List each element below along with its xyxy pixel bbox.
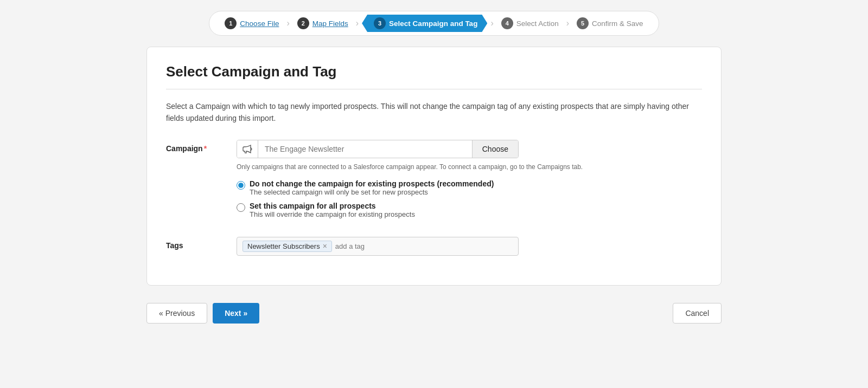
page-title: Select Campaign and Tag — [166, 63, 702, 89]
tag-badge-newsletter-subscribers: Newsletter Subscribers × — [242, 241, 332, 252]
step-number-4: 4 — [501, 17, 513, 29]
radio-option-do-not-change: Do not change the campaign for existing … — [237, 179, 702, 196]
step-map-fields[interactable]: 2 Map Fields — [291, 15, 355, 32]
radio-set-all-input[interactable] — [237, 203, 245, 212]
tags-form-content: Newsletter Subscribers × — [237, 237, 702, 256]
campaign-form-content: Choose Only campaigns that are connected… — [237, 140, 702, 224]
radio-do-not-change-label[interactable]: Do not change the campaign for existing … — [250, 179, 494, 188]
radio-do-not-change-sublabel: The selected campaign will only be set f… — [250, 188, 494, 196]
required-indicator: * — [204, 144, 207, 153]
step-label-2[interactable]: Map Fields — [312, 20, 348, 28]
step-label-4: Select Action — [516, 20, 559, 28]
step-confirm-save: 5 Confirm & Save — [570, 15, 650, 32]
radio-do-not-change-input[interactable] — [237, 181, 245, 190]
step-label-1[interactable]: Choose File — [240, 20, 279, 28]
choose-button[interactable]: Choose — [472, 140, 518, 158]
campaign-input-group: Choose — [237, 140, 519, 158]
tag-remove-button[interactable]: × — [323, 242, 327, 250]
radio-set-all-label[interactable]: Set this campaign for all prospects — [250, 202, 415, 210]
megaphone-icon — [237, 140, 258, 158]
page-description: Select a Campaign with which to tag newl… — [166, 100, 702, 125]
campaign-label: Campaign* — [166, 140, 237, 153]
step-separator-1: › — [285, 18, 290, 28]
step-number-1: 1 — [225, 17, 237, 29]
radio-option-set-all: Set this campaign for all prospects This… — [237, 202, 702, 218]
tag-name: Newsletter Subscribers — [247, 242, 320, 250]
step-label-3: Select Campaign and Tag — [389, 20, 477, 28]
stepper-nav: 1 Choose File › 2 Map Fields › 3 Select … — [146, 11, 722, 36]
tags-label: Tags — [166, 237, 237, 250]
step-label-5: Confirm & Save — [592, 20, 643, 28]
previous-button[interactable]: « Previous — [146, 303, 207, 324]
step-separator-3: › — [489, 18, 494, 28]
step-number-5: 5 — [577, 17, 589, 29]
step-separator-4: › — [565, 18, 570, 28]
footer-left: « Previous Next » — [146, 303, 259, 324]
main-card: Select Campaign and Tag Select a Campaig… — [146, 47, 722, 286]
radio-set-all-sublabel: This will override the campaign for exis… — [250, 210, 415, 218]
campaign-input[interactable] — [258, 140, 472, 158]
footer: « Previous Next » Cancel — [146, 294, 722, 324]
step-number-2: 2 — [297, 17, 309, 29]
step-select-campaign-tag: 3 Select Campaign and Tag — [374, 17, 477, 29]
step-separator-2: › — [355, 18, 360, 28]
cancel-button[interactable]: Cancel — [673, 303, 722, 324]
radio-set-all-text: Set this campaign for all prospects This… — [250, 202, 415, 218]
tags-row: Tags Newsletter Subscribers × — [166, 237, 702, 256]
step-number-3: 3 — [374, 17, 386, 29]
step-active-wrapper: 3 Select Campaign and Tag — [362, 15, 487, 32]
step-choose-file[interactable]: 1 Choose File — [218, 15, 285, 32]
campaign-helper-text: Only campaigns that are connected to a S… — [237, 163, 702, 172]
campaign-row: Campaign* Choose Only campaigns that are… — [166, 140, 702, 224]
tags-input-container[interactable]: Newsletter Subscribers × — [237, 237, 519, 256]
step-select-action: 4 Select Action — [495, 15, 565, 32]
radio-do-not-change-text: Do not change the campaign for existing … — [250, 179, 494, 196]
next-button[interactable]: Next » — [213, 303, 259, 324]
tag-add-input[interactable] — [335, 242, 426, 250]
